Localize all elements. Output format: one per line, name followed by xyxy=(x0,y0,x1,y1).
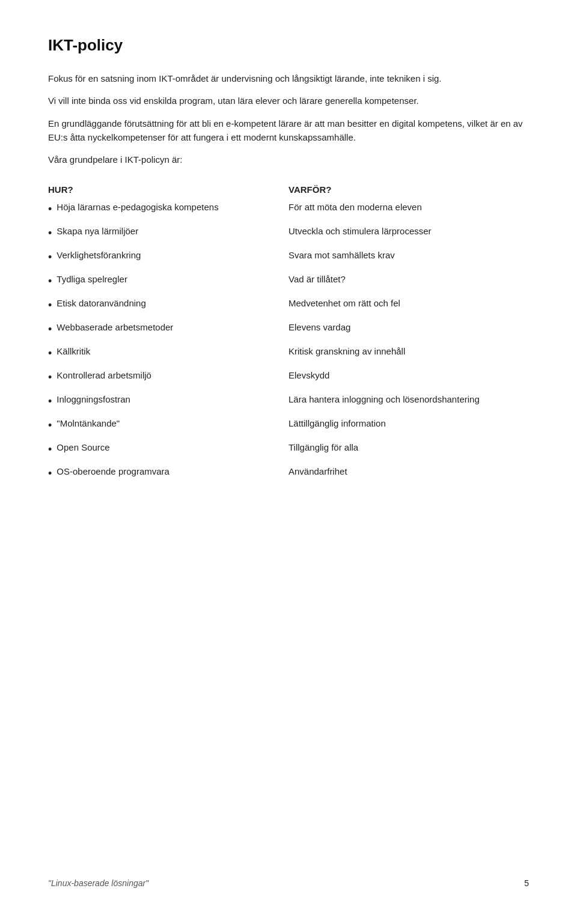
list-item-left: •Webbaserade arbetsmetoder xyxy=(48,321,288,338)
list-item-right: Elevskydd xyxy=(288,369,529,383)
items-list: •Höja lärarnas e-pedagogiska kompetensFö… xyxy=(48,201,529,489)
table-row: •InloggningsfostranLära hantera inloggni… xyxy=(48,393,529,410)
list-item-left: •Etisk datoranvändning xyxy=(48,297,288,314)
list-item-left: •Höja lärarnas e-pedagogiska kompetens xyxy=(48,201,288,217)
varfor-header: VARFÖR? xyxy=(288,184,529,195)
hur-item-text: Källkritik xyxy=(56,345,276,359)
list-item-left: •Verklighetsförankring xyxy=(48,249,288,266)
page-number: 5 xyxy=(524,878,529,888)
table-row: •KällkritikKritisk granskning av innehål… xyxy=(48,345,529,362)
list-item-left: •Källkritik xyxy=(48,345,288,362)
list-item-left: •Skapa nya lärmiljöer xyxy=(48,225,288,242)
hur-header: HUR? xyxy=(48,184,288,195)
list-item-left: •Inloggningsfostran xyxy=(48,393,288,410)
table-row: •VerklighetsförankringSvara mot samhälle… xyxy=(48,249,529,266)
table-row: •Open SourceTillgänglig för alla xyxy=(48,441,529,458)
bullet-icon: • xyxy=(48,466,52,482)
table-row: •"Molntänkande"Lättillgänglig informatio… xyxy=(48,417,529,434)
footer-note: "Linux-baserade lösningar" xyxy=(48,878,148,888)
hur-item-text: Tydliga spelregler xyxy=(56,273,276,287)
varfor-item-text: Tillgänglig för alla xyxy=(288,441,529,455)
table-row: •Skapa nya lärmiljöerUtveckla och stimul… xyxy=(48,225,529,242)
grundpelare-intro: Våra grundpelare i IKT-policyn är: xyxy=(48,153,529,166)
bullet-icon: • xyxy=(48,369,52,386)
hur-item-text: Höja lärarnas e-pedagogiska kompetens xyxy=(56,201,276,214)
list-item-right: För att möta den moderna eleven xyxy=(288,201,529,214)
table-row: •Höja lärarnas e-pedagogiska kompetensFö… xyxy=(48,201,529,217)
list-item-left: •"Molntänkande" xyxy=(48,417,288,434)
varfor-item-text: Svara mot samhällets krav xyxy=(288,249,529,263)
table-row: •OS-oberoende programvaraAnvändarfrihet xyxy=(48,465,529,482)
list-item-right: Medvetenhet om rätt och fel xyxy=(288,297,529,311)
table-row: •Kontrollerad arbetsmiljöElevskydd xyxy=(48,369,529,386)
bullet-icon: • xyxy=(48,321,52,338)
bullet-icon: • xyxy=(48,249,52,266)
bullet-icon: • xyxy=(48,297,52,314)
intro-paragraph-1: Fokus för en satsning inom IKT-området ä… xyxy=(48,71,529,85)
bullet-icon: • xyxy=(48,442,52,458)
page-title: IKT-policy xyxy=(48,36,529,55)
list-item-left: •OS-oberoende programvara xyxy=(48,465,288,482)
bullet-icon: • xyxy=(48,273,52,290)
varfor-item-text: Utveckla och stimulera lärprocesser xyxy=(288,225,529,239)
table-row: •Etisk datoranvändningMedvetenhet om rät… xyxy=(48,297,529,314)
varfor-item-text: Elevskydd xyxy=(288,369,529,383)
list-item-left: •Open Source xyxy=(48,441,288,458)
hur-item-text: Verklighetsförankring xyxy=(56,249,276,263)
varfor-item-text: Användarfrihet xyxy=(288,465,529,479)
hur-item-text: Open Source xyxy=(56,441,276,455)
varfor-item-text: För att möta den moderna eleven xyxy=(288,201,529,214)
table-row: •Webbaserade arbetsmetoderElevens vardag xyxy=(48,321,529,338)
varfor-item-text: Elevens vardag xyxy=(288,321,529,335)
hur-item-text: Inloggningsfostran xyxy=(56,393,276,407)
bullet-icon: • xyxy=(48,345,52,362)
list-item-right: Utveckla och stimulera lärprocesser xyxy=(288,225,529,239)
varfor-item-text: Lättillgänglig information xyxy=(288,417,529,431)
list-item-left: •Tydliga spelregler xyxy=(48,273,288,290)
bullet-icon: • xyxy=(48,225,52,242)
intro-paragraph-2: Vi vill inte binda oss vid enskilda prog… xyxy=(48,94,529,108)
list-item-right: Användarfrihet xyxy=(288,465,529,479)
list-item-right: Svara mot samhällets krav xyxy=(288,249,529,263)
varfor-item-text: Vad är tillåtet? xyxy=(288,273,529,287)
list-item-right: Lära hantera inloggning och lösenordshan… xyxy=(288,393,529,407)
hur-item-text: Webbaserade arbetsmetoder xyxy=(56,321,276,335)
intro-paragraph-3: En grundläggande förutsättning för att b… xyxy=(48,117,529,145)
list-item-right: Tillgänglig för alla xyxy=(288,441,529,455)
table-row: •Tydliga spelreglerVad är tillåtet? xyxy=(48,273,529,290)
list-item-right: Elevens vardag xyxy=(288,321,529,335)
bullet-icon: • xyxy=(48,394,52,410)
column-headers: HUR? VARFÖR? xyxy=(48,184,529,195)
list-item-right: Lättillgänglig information xyxy=(288,417,529,431)
varfor-item-text: Lära hantera inloggning och lösenordshan… xyxy=(288,393,529,407)
bullet-icon: • xyxy=(48,418,52,434)
hur-item-text: Skapa nya lärmiljöer xyxy=(56,225,276,239)
hur-item-text: "Molntänkande" xyxy=(56,417,276,431)
varfor-item-text: Kritisk granskning av innehåll xyxy=(288,345,529,359)
varfor-item-text: Medvetenhet om rätt och fel xyxy=(288,297,529,311)
hur-item-text: Etisk datoranvändning xyxy=(56,297,276,311)
list-item-left: •Kontrollerad arbetsmiljö xyxy=(48,369,288,386)
hur-item-text: Kontrollerad arbetsmiljö xyxy=(56,369,276,383)
hur-item-text: OS-oberoende programvara xyxy=(56,465,276,479)
list-item-right: Kritisk granskning av innehåll xyxy=(288,345,529,359)
bullet-icon: • xyxy=(48,201,52,217)
list-item-right: Vad är tillåtet? xyxy=(288,273,529,287)
